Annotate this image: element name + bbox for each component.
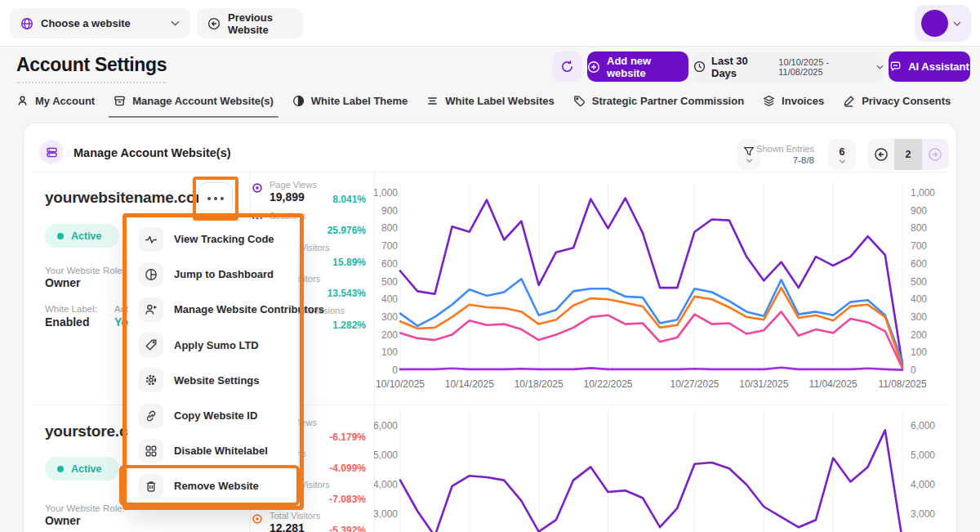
date-range-value: 10/10/2025 - 11/08/2025	[778, 57, 871, 77]
user-plus-icon	[139, 297, 163, 322]
svg-text:11/08/2025: 11/08/2025	[878, 378, 926, 390]
status-badge: Active	[45, 457, 119, 481]
svg-text:4,000: 4,000	[911, 479, 935, 490]
svg-text:900: 900	[911, 205, 927, 217]
svg-text:6,000: 6,000	[911, 420, 935, 431]
date-range-label: Last 30 Days	[711, 55, 773, 79]
refresh-button[interactable]	[552, 51, 582, 82]
website-actions-menu-button[interactable]	[198, 182, 233, 215]
chevron-down-icon	[876, 65, 884, 69]
tab-strategic-partner-commission[interactable]: Strategic Partner Commission	[573, 95, 744, 116]
svg-text:3,000: 3,000	[374, 508, 398, 520]
next-page-button[interactable]	[922, 139, 949, 170]
svg-text:200: 200	[911, 329, 927, 341]
menu-item-manage-website-contributors[interactable]: Manage Website Contributors	[128, 292, 298, 327]
shown-entries-value: 7-8/8	[749, 155, 814, 165]
contrast-icon	[292, 95, 305, 107]
page-size-value: 6	[840, 146, 845, 158]
top-bar: Choose a website Previous Website	[0, 0, 980, 47]
refresh-icon	[560, 60, 574, 74]
chat-icon	[889, 60, 902, 73]
svg-text:10/27/2025: 10/27/2025	[670, 378, 719, 390]
arrow-right-circle-icon	[928, 147, 942, 162]
grid-icon	[139, 439, 163, 463]
activity-icon	[139, 227, 163, 252]
menu-item-apply-sumo-ltd[interactable]: Apply Sumo LTD	[128, 328, 298, 363]
page-size-select[interactable]: 6	[828, 139, 856, 170]
shown-entries: Shown Entries 7-8/8	[749, 144, 814, 165]
svg-text:11/04/2025: 11/04/2025	[809, 378, 858, 390]
svg-text:800: 800	[381, 222, 398, 234]
status-badge: Active	[45, 224, 119, 248]
previous-page-button[interactable]	[867, 139, 894, 170]
role-value: Owner	[45, 276, 81, 289]
role-label: Your Website Role:	[45, 266, 125, 275]
svg-text:300: 300	[911, 311, 927, 323]
svg-text:5,000: 5,000	[374, 449, 398, 461]
svg-text:10/22/2025: 10/22/2025	[583, 378, 632, 390]
svg-text:800: 800	[911, 222, 927, 234]
white-label-label: White Label:	[45, 304, 97, 314]
svg-text:5,000: 5,000	[911, 449, 935, 461]
tab-privacy-consents[interactable]: Privacy Consents	[843, 95, 951, 116]
globe-icon	[20, 17, 33, 30]
previous-website-button[interactable]: Previous Website	[197, 8, 303, 38]
svg-text:700: 700	[911, 240, 927, 252]
tab-my-account[interactable]: My Account	[16, 95, 95, 116]
chevron-down-icon	[953, 21, 961, 26]
gear-icon	[139, 368, 163, 392]
ai-assistant-button[interactable]: AI Assistant	[889, 51, 970, 82]
pie-chart-icon	[139, 262, 163, 287]
traffic-chart-2: 6,0006,0005,0005,0004,0004,0003,0003,000	[374, 405, 949, 532]
menu-item-disable-whitelabel[interactable]: Disable Whitelabel	[128, 433, 298, 468]
person-icon	[16, 95, 29, 107]
svg-text:100: 100	[911, 346, 927, 358]
tab-white-label-theme[interactable]: White Label Theme	[292, 95, 408, 116]
lines-icon	[426, 95, 439, 107]
target-icon	[252, 513, 263, 525]
svg-text:700: 700	[381, 240, 398, 252]
arrow-left-circle-icon	[207, 17, 220, 30]
pen-icon	[843, 95, 855, 107]
tab-white-label-websites[interactable]: White Label Websites	[426, 95, 554, 116]
server-icon	[39, 140, 64, 164]
svg-text:6,000: 6,000	[374, 420, 398, 431]
menu-item-view-tracking-code[interactable]: View Tracking Code	[128, 221, 298, 257]
previous-website-label: Previous Website	[228, 11, 292, 36]
row-divider	[33, 172, 947, 172]
menu-item-website-settings[interactable]: Website Settings	[128, 363, 298, 398]
current-page-indicator: 2	[894, 139, 921, 170]
svg-text:0: 0	[911, 364, 916, 376]
choose-website-dropdown[interactable]: Choose a website	[10, 8, 190, 38]
add-new-website-button[interactable]: Add new website	[587, 51, 688, 82]
chevron-down-icon	[839, 159, 846, 163]
svg-text:1,000: 1,000	[374, 187, 398, 199]
date-range-picker[interactable]: Last 30 Days 10/10/2025 - 11/08/2025	[693, 51, 884, 82]
svg-text:300: 300	[381, 311, 398, 323]
svg-text:10/18/2025: 10/18/2025	[514, 378, 564, 390]
link-icon	[139, 404, 163, 428]
white-label-value: Enabled	[45, 315, 89, 329]
stat-total-visitors: Total Visitors 12,281 -5.392%	[252, 511, 366, 532]
add-new-website-label: Add new website	[607, 55, 688, 79]
role-value: Owner	[45, 514, 81, 527]
tab-manage-account-websites[interactable]: Manage Account Website(s)	[109, 95, 278, 118]
svg-text:600: 600	[911, 258, 927, 270]
svg-text:200: 200	[381, 329, 398, 341]
menu-item-jump-to-dashboard[interactable]: Jump to Dashboard	[128, 257, 298, 292]
choose-website-label: Choose a website	[41, 17, 131, 29]
role-label: Your Website Role:	[45, 503, 125, 513]
svg-text:600: 600	[381, 258, 398, 270]
card-title: Manage Account Website(s)	[74, 146, 231, 159]
user-menu[interactable]	[915, 5, 971, 42]
menu-item-copy-website-id[interactable]: Copy Website ID	[128, 398, 298, 433]
stat-page-views: Page Views 19,899 8.041%	[252, 180, 366, 204]
tab-invoices[interactable]: Invoices	[763, 95, 824, 116]
svg-text:3,000: 3,000	[911, 508, 935, 520]
svg-text:10/31/2025: 10/31/2025	[739, 378, 788, 390]
menu-item-remove-website[interactable]: Remove Website	[128, 468, 298, 503]
tag-icon	[139, 333, 163, 357]
clock-icon	[693, 60, 706, 73]
tag-icon	[573, 95, 586, 107]
svg-text:10/10/2025: 10/10/2025	[376, 378, 425, 390]
